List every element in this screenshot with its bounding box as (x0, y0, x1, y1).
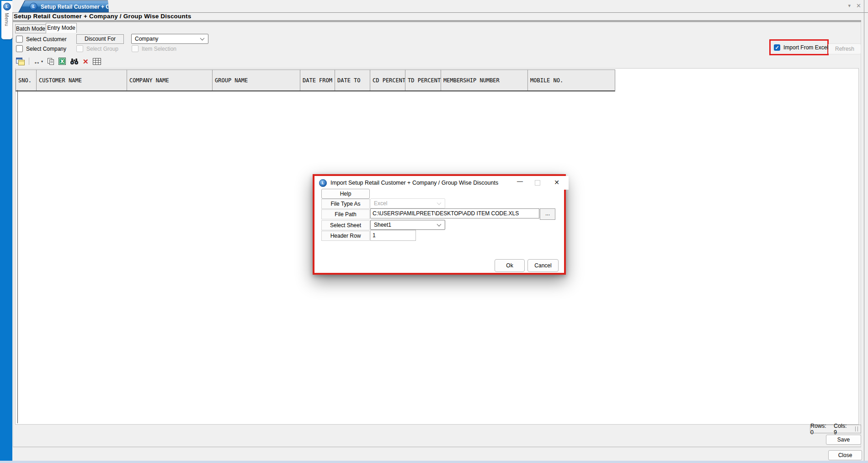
import-dialog: L Import Setup Retail Customer + Company… (313, 174, 566, 275)
discount-for-select[interactable]: Company (131, 34, 208, 44)
grid-column-header[interactable]: MOBILE NO. (528, 70, 615, 90)
import-from-excel-checkbox[interactable]: ✓ (774, 44, 780, 51)
find-icon[interactable] (70, 57, 79, 66)
item-selection-checkbox-row: Item Selection (132, 45, 176, 52)
document-tab-logo-icon: L (30, 3, 37, 11)
header-row-input[interactable] (370, 230, 416, 241)
item-selection-label: Item Selection (142, 46, 176, 52)
window-layout-icon[interactable] (16, 57, 25, 66)
header-row-label: Header Row (321, 231, 370, 241)
document-tab[interactable]: L Setup Retail Customer + Co... (18, 0, 109, 12)
file-path-input[interactable] (370, 208, 539, 218)
grid-status-bar: Rows: 0 Cols: 9 (810, 425, 861, 433)
tab-close-icon[interactable]: ✕ (856, 2, 861, 9)
grid-icon[interactable] (93, 57, 101, 66)
page-title: Setup Retail Customer + Company / Group … (14, 13, 191, 20)
import-from-excel-highlight-box: ✓ Import From Excel (769, 39, 829, 55)
grid-left-border (17, 90, 18, 423)
application-window: L Menu L Setup Retail Customer + Co... ▾… (0, 0, 868, 463)
document-tab-title: Setup Retail Customer + Co... (41, 4, 117, 10)
check-icon: ✓ (775, 45, 779, 50)
select-customer-label: Select Customer (26, 36, 67, 43)
document-tabstrip: L Setup Retail Customer + Co... ▾ ✕ (12, 0, 868, 13)
grid-column-header[interactable]: MEMBERSHIP NUMBER (441, 70, 528, 90)
discount-for-label-box: Discount For (76, 34, 124, 44)
tab-entry-mode[interactable]: Entry Mode (46, 23, 77, 33)
maximize-icon (535, 180, 540, 186)
chevron-down-icon (200, 36, 205, 41)
select-sheet-label: Select Sheet (321, 220, 370, 230)
grid-column-header[interactable]: DATE FROM (300, 70, 335, 90)
select-company-label: Select Company (26, 46, 66, 52)
copy-icon[interactable] (47, 57, 54, 66)
minimize-icon[interactable]: — (517, 178, 523, 185)
menu-tab[interactable]: L Menu (1, 1, 12, 39)
grid-column-header[interactable]: SNO. (16, 70, 37, 90)
chevron-down-icon (437, 222, 442, 227)
grid-column-header[interactable]: CUSTOMER NAME (37, 70, 127, 90)
dialog-logo-icon: L (319, 179, 327, 187)
select-group-checkbox (76, 45, 83, 52)
refresh-button: Refresh (828, 43, 861, 54)
discount-for-selected-value: Company (135, 36, 158, 42)
caret-down-icon: ▾ (41, 59, 43, 64)
cols-count: Cols: 9 (834, 423, 850, 436)
browse-button[interactable]: ... (540, 208, 555, 220)
dialog-title: Import Setup Retail Customer + Company /… (330, 180, 498, 186)
import-dialog-titlebar[interactable]: L Import Setup Retail Customer + Company… (314, 176, 569, 190)
window-right-border (864, 0, 864, 461)
select-company-checkbox-row: Select Company (16, 45, 66, 52)
left-accent-strip (0, 0, 12, 461)
window-bottom-edge (0, 461, 868, 463)
close-icon[interactable]: ✕ (554, 179, 559, 186)
select-sheet-selected-value: Sheet1 (374, 222, 391, 228)
select-sheet-select[interactable]: Sheet1 (370, 220, 445, 230)
app-logo-icon: L (3, 3, 11, 11)
item-selection-checkbox (132, 45, 138, 52)
tab-batch-mode[interactable]: Batch Mode (15, 24, 46, 33)
file-path-label: File Path (321, 209, 370, 219)
svg-text:X: X (60, 59, 64, 64)
grid-column-header[interactable]: CD PERCENT (370, 70, 405, 90)
grid-toolbar: ↔▾ X (16, 56, 101, 66)
select-customer-checkbox-row: Select Customer (16, 36, 67, 43)
file-type-selected-value: Excel (374, 200, 387, 207)
grid-column-header[interactable]: TD PERCENT (405, 70, 441, 90)
toolbar-separator (29, 58, 29, 65)
rows-count: Rows: 0 (810, 423, 830, 436)
file-type-select: Excel (370, 198, 445, 208)
ok-button[interactable]: Ok (495, 259, 525, 272)
column-width-icon[interactable]: ↔▾ (33, 57, 43, 66)
cancel-button[interactable]: Cancel (527, 259, 559, 272)
export-excel-icon[interactable]: X (59, 57, 66, 66)
grid-column-header[interactable]: DATE TO (335, 70, 370, 90)
grid-column-header[interactable]: COMPANY NAME (127, 70, 213, 90)
delete-icon[interactable]: ✕ (83, 57, 89, 66)
import-from-excel-label: Import From Excel (783, 44, 828, 51)
select-customer-checkbox[interactable] (16, 36, 23, 43)
menu-tab-label: Menu (4, 13, 10, 27)
file-type-label: File Type As (321, 199, 370, 209)
help-button[interactable]: Help (321, 189, 370, 199)
chevron-down-icon (437, 201, 442, 205)
select-group-label: Select Group (86, 46, 118, 52)
grid-header-row: SNO. CUSTOMER NAME COMPANY NAME GROUP NA… (16, 69, 615, 91)
select-group-checkbox-row: Select Group (76, 45, 118, 52)
grid-column-header[interactable]: GROUP NAME (213, 70, 300, 90)
resize-grip[interactable] (855, 426, 858, 431)
footer-divider (13, 447, 861, 447)
select-company-checkbox[interactable] (16, 45, 23, 52)
close-button[interactable]: Close (828, 450, 862, 460)
tab-list-dropdown-icon[interactable]: ▾ (848, 3, 851, 9)
save-button[interactable]: Save (826, 435, 861, 445)
